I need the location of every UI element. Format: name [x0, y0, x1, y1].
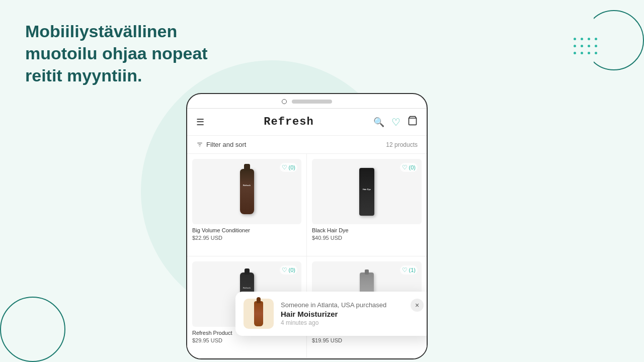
cart-icon[interactable]	[408, 116, 418, 128]
product-name-2: Black Hair Dye	[312, 227, 422, 233]
app-logo: Refresh	[264, 116, 313, 128]
notification-time: 4 minutes ago	[281, 319, 404, 326]
product-price-3: $29.95 USD	[192, 337, 301, 343]
filter-left[interactable]: Filter and sort	[196, 141, 246, 148]
device-speaker	[292, 100, 332, 104]
notification-close-button[interactable]: ×	[411, 299, 424, 312]
product-image-1: ♡ (0)	[192, 159, 301, 224]
app-header-right: 🔍 ♡	[373, 116, 418, 128]
product-price-4: $19.95 USD	[312, 337, 422, 343]
purchase-notification: Someone in Atlanta, USA purchased Hair M…	[235, 292, 428, 336]
notification-text: Someone in Atlanta, USA purchased	[281, 301, 404, 309]
filter-label: Filter and sort	[206, 141, 246, 148]
headline: Mobiiliystävällinen muotoilu ohjaa nopea…	[25, 20, 252, 87]
wishlist-btn-2[interactable]: ♡ (0)	[400, 163, 418, 172]
notification-product-name: Hair Moisturizer	[281, 310, 404, 318]
notification-content: Someone in Atlanta, USA purchased Hair M…	[281, 301, 404, 326]
wishlist-count-2: (0)	[409, 164, 416, 170]
filter-icon	[196, 141, 203, 148]
device-camera	[282, 99, 287, 104]
device-top-bar	[187, 94, 427, 108]
filter-bar: Filter and sort 12 products	[187, 136, 427, 154]
product-count: 12 products	[386, 141, 418, 148]
product-name-1: Big Volume Conditioner	[192, 227, 301, 233]
wishlist-icon[interactable]: ♡	[391, 116, 400, 128]
wishlist-btn-1[interactable]: ♡ (0)	[280, 163, 297, 172]
conditioner-bottle-image	[240, 169, 254, 214]
hamburger-icon[interactable]: ☰	[196, 117, 204, 128]
wishlist-btn-4[interactable]: ♡ (1)	[400, 265, 418, 275]
wishlist-btn-3[interactable]: ♡ (0)	[280, 265, 297, 275]
notification-product-image	[244, 299, 274, 329]
wishlist-count-3: (0)	[289, 267, 295, 273]
product-card-2[interactable]: ♡ (0) Black Hair Dye $40.95 USD	[307, 154, 427, 256]
dot-grid-decoration	[574, 38, 599, 56]
search-icon[interactable]: 🔍	[373, 117, 384, 128]
device-mockup: ☰ Refresh 🔍 ♡	[186, 93, 428, 359]
hair-dye-tube-image	[359, 168, 374, 216]
background-circle-bottom-left	[0, 297, 65, 362]
product-price-2: $40.95 USD	[312, 235, 422, 241]
wishlist-count-1: (0)	[289, 164, 295, 170]
product-price-1: $22.95 USD	[192, 235, 301, 241]
product-card-1[interactable]: ♡ (0) Big Volume Conditioner $22.95 USD	[187, 154, 307, 256]
notification-bottle	[254, 301, 263, 326]
product-image-2: ♡ (0)	[312, 159, 422, 224]
app-header: ☰ Refresh 🔍 ♡	[187, 109, 427, 136]
app-header-left: ☰	[196, 117, 204, 128]
wishlist-count-4: (1)	[409, 267, 416, 273]
